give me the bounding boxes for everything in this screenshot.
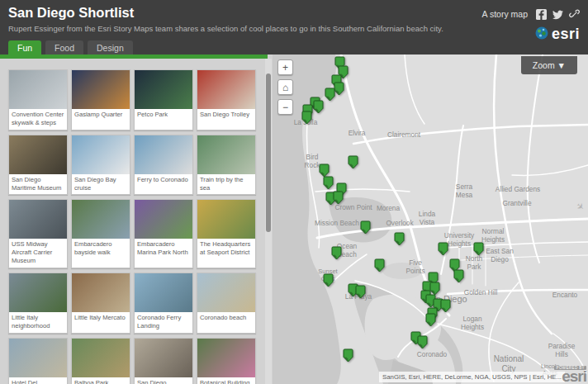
map-marker[interactable] — [440, 299, 451, 313]
place-card[interactable]: Gaslamp Quarter — [71, 69, 130, 130]
tab-fun[interactable]: Fun — [8, 40, 41, 55]
card-caption: Embarcadero bayside walk — [72, 239, 130, 259]
map-place-label: Linda Vista — [419, 211, 435, 226]
place-card[interactable]: San Diego Trolley — [197, 69, 256, 130]
card-photo — [72, 339, 130, 377]
place-card[interactable]: The Headquarters at Seaport District — [197, 199, 256, 268]
place-card[interactable]: Embarcadero bayside walk — [71, 199, 130, 268]
zoom-dropdown-button[interactable]: Zoom ▼ — [521, 56, 577, 74]
place-card[interactable]: San Diego Museum of Art — [134, 338, 193, 384]
tab-bar: FunFoodDesign — [8, 40, 133, 55]
card-photo — [197, 70, 255, 109]
card-photo — [72, 70, 130, 109]
link-icon[interactable] — [569, 8, 580, 19]
place-card[interactable]: Balboa Park — [71, 338, 130, 384]
map-marker[interactable] — [323, 176, 334, 190]
twitter-icon[interactable] — [552, 8, 563, 19]
map-marker[interactable] — [343, 348, 353, 363]
map-place-label: Morena — [377, 205, 400, 213]
storymap-app: San Diego Shortlist Rupert Essinger from… — [0, 0, 588, 384]
page-title: San Diego Shortlist — [8, 5, 134, 21]
card-caption: Little Italy neighborhood — [9, 312, 67, 333]
facebook-icon[interactable] — [536, 8, 547, 19]
place-card[interactable]: Little Italy Mercato — [71, 273, 130, 334]
place-card[interactable]: Coronado beach — [197, 273, 256, 334]
map-canvas[interactable]: ✈ La JollaElviraClairemontBird RockCrown… — [273, 55, 588, 384]
card-caption: USS Midway Aircraft Carrier Museum — [9, 239, 67, 268]
map-attribution: SanGIS, Esri, HERE, DeLorme, NGA, USGS, … — [379, 372, 565, 382]
accent-bar — [0, 55, 268, 59]
place-card[interactable]: San Diego Bay cruise — [71, 135, 130, 196]
map-marker[interactable] — [323, 273, 334, 287]
place-card[interactable]: Coronado Ferry Landing — [134, 273, 193, 334]
map-marker[interactable] — [348, 155, 358, 169]
card-photo — [9, 70, 67, 109]
card-caption: San Diego Trolley — [197, 109, 255, 121]
story-map-label: A story map — [482, 9, 528, 19]
place-card[interactable]: Little Italy neighborhood — [8, 273, 68, 334]
zoom-out-button[interactable]: − — [277, 99, 293, 115]
map-marker[interactable] — [453, 269, 464, 283]
card-photo — [9, 200, 67, 239]
map-marker[interactable] — [313, 100, 324, 114]
map-place-label: Five Points — [405, 259, 424, 275]
map-marker[interactable] — [301, 111, 312, 125]
map-marker[interactable] — [438, 242, 448, 256]
tab-food[interactable]: Food — [45, 40, 83, 55]
map-marker[interactable] — [333, 191, 344, 205]
card-photo — [135, 200, 192, 239]
map-place-label: Coronado — [417, 351, 447, 359]
map-place-label: Mission Beach — [315, 220, 359, 228]
place-card[interactable]: Hotel Del Coronado — [8, 338, 68, 384]
place-card[interactable]: Botanical Building and Gardens — [197, 338, 256, 384]
place-card[interactable]: Petco Park — [134, 69, 193, 130]
card-caption: Hotel Del Coronado — [9, 377, 67, 384]
page-subtitle: Rupert Essinger from the Esri Story Maps… — [8, 24, 443, 33]
esri-logo[interactable]: esri — [535, 26, 580, 43]
map-marker[interactable] — [360, 220, 371, 235]
map-place-label: Crown Point — [334, 204, 372, 212]
map-place-label: University Heights — [444, 232, 474, 248]
map-marker[interactable] — [374, 258, 385, 273]
map-overlay: La JollaElviraClairemontBird RockCrown P… — [273, 55, 588, 384]
map-marker[interactable] — [325, 88, 335, 102]
home-button[interactable]: ⌂ — [277, 79, 293, 95]
map-marker[interactable] — [473, 242, 484, 256]
place-card[interactable]: Convention Center skywalk & steps — [8, 69, 68, 130]
card-caption: Petco Park — [135, 109, 192, 121]
card-caption: Botanical Building and Gardens — [197, 377, 255, 384]
card-photo — [72, 200, 130, 239]
card-photo — [72, 273, 130, 312]
card-caption: Coronado Ferry Landing — [135, 312, 192, 333]
card-photo — [135, 70, 192, 109]
map-controls: +⌂− — [277, 59, 293, 115]
tab-design[interactable]: Design — [88, 40, 133, 55]
card-photo — [9, 339, 67, 377]
map-marker[interactable] — [417, 335, 428, 349]
card-photo — [197, 200, 255, 239]
map-place-label: Grantville — [502, 200, 531, 208]
map-place-label: Allied Gardens — [496, 186, 540, 194]
scrollbar-thumb[interactable] — [266, 73, 271, 232]
place-card[interactable]: Train trip by the sea — [197, 135, 256, 196]
map-marker[interactable] — [355, 285, 366, 299]
card-caption: Little Italy Mercato — [72, 312, 130, 325]
card-caption: Balboa Park — [72, 377, 130, 384]
map-marker[interactable] — [331, 246, 342, 260]
zoom-in-button[interactable]: + — [277, 59, 293, 75]
map-place-label: Overlook — [386, 220, 413, 228]
esri-globe-icon — [535, 26, 548, 43]
card-caption: Convention Center skywalk & steps — [9, 109, 67, 130]
map-place-label: Serra Mesa — [456, 183, 472, 199]
map-marker[interactable] — [394, 232, 405, 246]
card-photo — [135, 273, 192, 312]
map-place-label: Logan Heights — [461, 315, 484, 331]
place-card[interactable]: Embarcadero Marina Park North — [134, 199, 193, 268]
place-card[interactable]: San Diego Maritime Museum — [8, 135, 68, 196]
card-photo — [197, 339, 255, 377]
card-caption: Train trip by the sea — [197, 174, 255, 195]
place-card[interactable]: Ferry to Coronado — [134, 135, 193, 196]
place-card[interactable]: USS Midway Aircraft Carrier Museum — [8, 199, 68, 268]
map-place-label: Paradise Hills — [548, 343, 576, 358]
map-marker[interactable] — [425, 313, 436, 327]
